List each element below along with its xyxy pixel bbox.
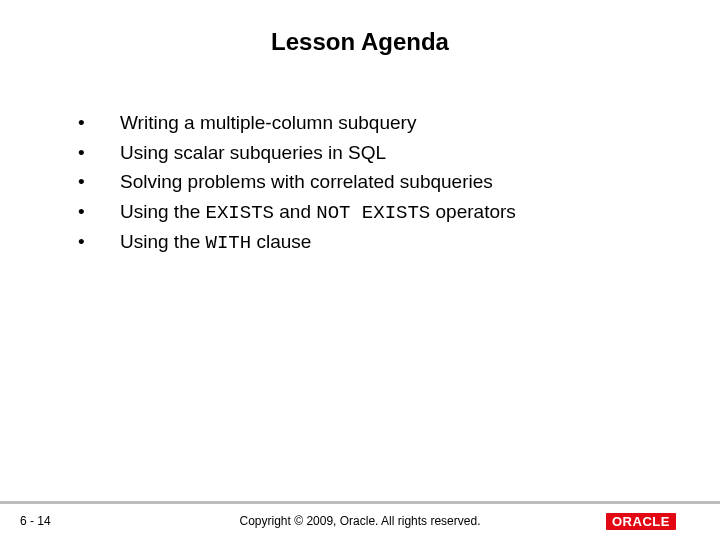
bullet-text-post: operators: [430, 201, 516, 222]
bullet-text-mid: and: [274, 201, 316, 222]
oracle-logo: ORACLE: [606, 510, 702, 532]
agenda-list: Writing a multiple-column subquery Using…: [78, 110, 660, 257]
code-text: EXISTS: [206, 202, 274, 224]
oracle-logo-box: ORACLE: [606, 513, 676, 530]
bullet-text-pre: Using the: [120, 201, 206, 222]
slide-content: Writing a multiple-column subquery Using…: [78, 110, 660, 260]
bullet-text-pre: Using the: [120, 231, 206, 252]
code-text: NOT EXISTS: [316, 202, 430, 224]
bullet-text: Solving problems with correlated subquer…: [120, 171, 493, 192]
slide-title: Lesson Agenda: [0, 28, 720, 56]
list-item: Writing a multiple-column subquery: [78, 110, 660, 137]
slide: Lesson Agenda Writing a multiple-column …: [0, 0, 720, 540]
footer: 6 - 14 Copyright © 2009, Oracle. All rig…: [0, 500, 720, 540]
list-item: Using the WITH clause: [78, 229, 660, 257]
bullet-text-post: clause: [251, 231, 311, 252]
bullet-text: Writing a multiple-column subquery: [120, 112, 416, 133]
code-text: WITH: [206, 232, 252, 254]
bullet-text: Using scalar subqueries in SQL: [120, 142, 386, 163]
list-item: Solving problems with correlated subquer…: [78, 169, 660, 196]
list-item: Using the EXISTS and NOT EXISTS operator…: [78, 199, 660, 227]
list-item: Using scalar subqueries in SQL: [78, 140, 660, 167]
